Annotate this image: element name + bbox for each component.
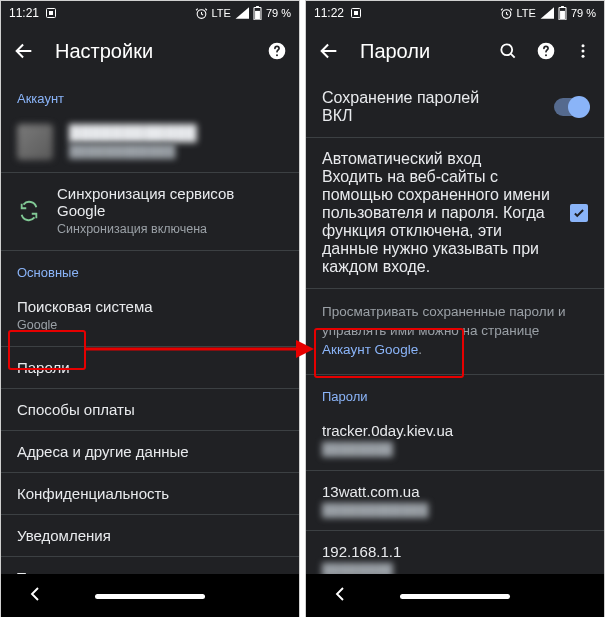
- screenshot-icon: [350, 7, 362, 19]
- row-label: Сохранение паролей: [322, 89, 542, 107]
- app-bar: Пароли: [306, 25, 604, 77]
- row-sub: Google: [17, 317, 283, 334]
- signal-icon: [540, 7, 554, 19]
- status-battery: 79 %: [266, 7, 291, 19]
- section-account-label: Аккаунт: [1, 77, 299, 112]
- more-icon[interactable]: [574, 42, 592, 60]
- row-label: Уведомления: [17, 527, 283, 544]
- nav-home-pill[interactable]: [95, 594, 205, 599]
- nav-home-pill[interactable]: [400, 594, 510, 599]
- row-search-engine[interactable]: Поисковая система Google: [1, 286, 299, 347]
- nav-back-icon[interactable]: [331, 585, 349, 607]
- row-sub: Входить на веб-сайты с помощью сохраненн…: [322, 168, 558, 276]
- signal-icon: [235, 7, 249, 19]
- account-row[interactable]: ████████████ ████████████: [1, 112, 299, 173]
- row-label: Пароли: [17, 359, 283, 376]
- page-title: Настройки: [55, 40, 247, 63]
- status-battery: 79 %: [571, 7, 596, 19]
- sync-title: Синхронизация сервисов Google: [57, 185, 283, 219]
- nav-bar: [1, 574, 299, 617]
- account-email: ████████████: [69, 143, 283, 160]
- row-save-passwords[interactable]: Сохранение паролей ВКЛ: [306, 77, 604, 138]
- section-passwords-label: Пароли: [306, 375, 604, 410]
- status-bar: 11:22 LTE 79 %: [306, 1, 604, 25]
- sync-row[interactable]: Синхронизация сервисов Google Синхрониза…: [1, 173, 299, 251]
- search-icon[interactable]: [498, 41, 518, 61]
- help-icon[interactable]: [267, 41, 287, 61]
- battery-icon: [253, 6, 262, 20]
- avatar: [17, 124, 53, 160]
- row-addresses[interactable]: Адреса и другие данные: [1, 431, 299, 473]
- row-passwords[interactable]: Пароли: [1, 347, 299, 389]
- svg-point-17: [582, 44, 585, 47]
- svg-rect-5: [256, 6, 259, 7]
- row-label: Способы оплаты: [17, 401, 283, 418]
- nav-back-icon[interactable]: [26, 585, 44, 607]
- sync-icon: [17, 199, 41, 223]
- back-icon[interactable]: [13, 40, 35, 62]
- row-notifications[interactable]: Уведомления: [1, 515, 299, 557]
- svg-point-7: [276, 54, 278, 56]
- checkbox[interactable]: [570, 204, 588, 222]
- svg-rect-12: [560, 11, 565, 19]
- sync-sub: Синхронизация включена: [57, 221, 283, 238]
- back-icon[interactable]: [318, 40, 340, 62]
- screenshot-icon: [45, 7, 57, 19]
- svg-rect-4: [255, 11, 260, 19]
- row-label: Адреса и другие данные: [17, 443, 283, 460]
- row-sub: ВКЛ: [322, 107, 542, 125]
- svg-rect-9: [354, 11, 358, 15]
- status-network: LTE: [517, 7, 536, 19]
- entry-site: 192.168.1.1: [322, 543, 588, 560]
- section-main-label: Основные: [1, 251, 299, 286]
- status-time: 11:21: [9, 6, 39, 20]
- status-time: 11:22: [314, 6, 344, 20]
- nav-bar: [306, 574, 604, 617]
- toggle-switch[interactable]: [554, 98, 588, 116]
- svg-point-14: [501, 44, 512, 55]
- screenshot-passwords: 11:22 LTE 79 % Пароли: [305, 0, 605, 617]
- svg-rect-13: [561, 6, 564, 7]
- alarm-icon: [195, 7, 208, 20]
- entry-site: 13watt.com.ua: [322, 483, 588, 500]
- row-label: Поисковая система: [17, 298, 283, 315]
- svg-point-19: [582, 55, 585, 58]
- svg-point-16: [545, 54, 547, 56]
- password-entry[interactable]: 13watt.com.ua ████████████: [306, 471, 604, 532]
- status-network: LTE: [212, 7, 231, 19]
- alarm-icon: [500, 7, 513, 20]
- entry-user: ████████████: [322, 502, 588, 519]
- screenshot-settings: 11:21 LTE 79 % Настройки Аккаунт: [0, 0, 300, 617]
- account-name: ████████████: [69, 124, 283, 141]
- page-title: Пароли: [360, 40, 478, 63]
- password-entry[interactable]: tracker.0day.kiev.ua ████████: [306, 410, 604, 471]
- help-icon[interactable]: [536, 41, 556, 61]
- battery-icon: [558, 6, 567, 20]
- entry-site: tracker.0day.kiev.ua: [322, 422, 588, 439]
- svg-rect-1: [49, 11, 53, 15]
- row-payments[interactable]: Способы оплаты: [1, 389, 299, 431]
- account-google-link[interactable]: Аккаунт Google: [322, 342, 418, 357]
- row-auto-login[interactable]: Автоматический вход Входить на веб-сайты…: [306, 138, 604, 289]
- info-text: Просматривать сохраненные пароли и управ…: [306, 289, 604, 375]
- status-bar: 11:21 LTE 79 %: [1, 1, 299, 25]
- row-privacy[interactable]: Конфиденциальность: [1, 473, 299, 515]
- row-label: Конфиденциальность: [17, 485, 283, 502]
- svg-point-18: [582, 50, 585, 53]
- row-label: Автоматический вход: [322, 150, 558, 168]
- app-bar: Настройки: [1, 25, 299, 77]
- entry-user: ████████: [322, 441, 588, 458]
